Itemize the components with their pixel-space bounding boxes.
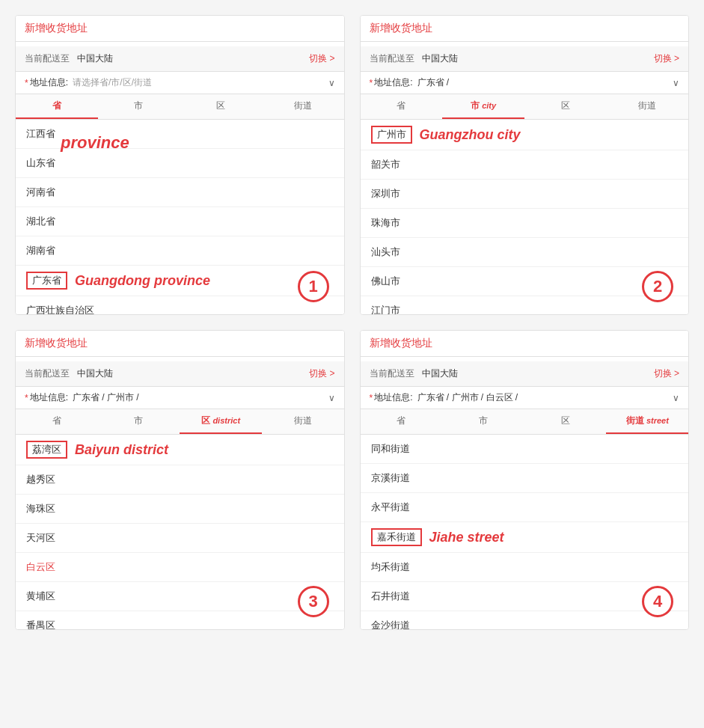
list-item[interactable]: 同和街道 (361, 435, 689, 464)
delivery-label: 当前配送至 (370, 367, 414, 380)
delivery-label: 当前配送至 (25, 52, 70, 65)
list-item[interactable]: 深圳市 (361, 180, 689, 209)
tab-区[interactable]: 区 (180, 94, 262, 119)
switch-button[interactable]: 切换 > (654, 367, 679, 380)
list-item-highlighted[interactable]: 广东省 Guangdong province (16, 266, 344, 296)
tab-市[interactable]: 市 city (442, 94, 524, 119)
item-text-boxed: 荔湾区 (26, 441, 67, 459)
list-item[interactable]: 均禾街道 (361, 553, 689, 582)
list-item[interactable]: 河南省 (16, 178, 344, 207)
address-row: * 地址信息: 广东省 / ∨ (361, 72, 689, 94)
item-annotation: Guangzhou city (420, 127, 521, 143)
dropdown-arrow[interactable]: ∨ (673, 78, 679, 88)
delivery-label: 当前配送至 (25, 367, 70, 380)
delivery-value: 中国大陆 (422, 52, 458, 65)
panel-panel1: 新增收货地址 当前配送至 中国大陆 切换 > * 地址信息: 请选择省/市/区/… (15, 15, 345, 315)
list-item[interactable]: 广西壮族自治区 (16, 296, 344, 314)
tab-市[interactable]: 市 (98, 94, 180, 119)
list-item[interactable]: 珠海市 (361, 209, 689, 238)
tab-省[interactable]: 省 (16, 94, 98, 119)
tab-街道[interactable]: 街道 (262, 409, 344, 434)
address-value: 广东省 / (417, 76, 673, 89)
delivery-row: 当前配送至 中国大陆 切换 > (361, 361, 689, 387)
list-item[interactable]: 江西省 (16, 120, 344, 149)
switch-button[interactable]: 切换 > (309, 367, 334, 380)
list-item-highlighted[interactable]: 荔湾区 Baiyun district (16, 435, 344, 465)
list-item[interactable]: 湖北省 (16, 207, 344, 236)
list-area: 广州市 Guangzhou city 韶关市深圳市珠海市汕头市佛山市江门市湛江市 (361, 120, 689, 314)
tabs-bar: 省市区街道 (16, 94, 344, 120)
address-label: 地址信息: (30, 76, 68, 89)
tab-annotation: city (482, 101, 496, 110)
list-wrapper: province江西省山东省河南省湖北省湖南省 广东省 Guangdong pr… (16, 120, 344, 314)
list-item[interactable]: 湖南省 (16, 236, 344, 266)
address-value: 请选择省/市/区/街道 (73, 76, 328, 89)
tab-label: 市 (471, 100, 480, 111)
list-item[interactable]: 韶关市 (361, 150, 689, 180)
list-item[interactable]: 汕头市 (361, 238, 689, 267)
tab-annotation: district (212, 416, 240, 425)
item-annotation: Baiyun district (75, 442, 168, 458)
tab-label: 省 (397, 100, 405, 111)
tab-省[interactable]: 省 (361, 409, 443, 434)
list-area: 江西省山东省河南省湖北省湖南省 广东省 Guangdong province 广… (16, 120, 344, 314)
switch-button[interactable]: 切换 > (654, 52, 679, 65)
panel-title: 新增收货地址 (361, 16, 689, 42)
tab-省[interactable]: 省 (16, 409, 98, 434)
list-item-highlighted[interactable]: 广州市 Guangzhou city (361, 120, 689, 150)
dropdown-arrow[interactable]: ∨ (673, 393, 679, 403)
switch-button[interactable]: 切换 > (309, 52, 334, 65)
tab-省[interactable]: 省 (361, 94, 443, 119)
address-value: 广东省 / 广州市 / (73, 391, 328, 404)
address-row: * 地址信息: 请选择省/市/区/街道 ∨ (16, 72, 344, 94)
tab-市[interactable]: 市 (442, 409, 524, 434)
list-item[interactable]: 永平街道 (361, 493, 689, 522)
list-item[interactable]: 黄埔区 (16, 582, 344, 611)
list-wrapper: 广州市 Guangzhou city 韶关市深圳市珠海市汕头市佛山市江门市湛江市… (361, 120, 689, 314)
tab-区[interactable]: 区 district (180, 409, 262, 434)
list-item[interactable]: 石井街道 (361, 582, 689, 611)
tab-街道[interactable]: 街道 street (606, 409, 688, 434)
tab-区[interactable]: 区 (524, 409, 607, 434)
panel-title: 新增收货地址 (16, 16, 344, 42)
list-item[interactable]: 江门市 (361, 296, 689, 314)
tab-annotation: street (646, 416, 669, 425)
dropdown-arrow[interactable]: ∨ (328, 393, 335, 403)
panel-panel3: 新增收货地址 当前配送至 中国大陆 切换 > * 地址信息: 广东省 / 广州市… (15, 330, 345, 630)
list-item[interactable]: 番禺区 (16, 611, 344, 629)
tab-街道[interactable]: 街道 (606, 94, 688, 119)
tab-区[interactable]: 区 (524, 94, 607, 119)
item-text-boxed: 广东省 (26, 272, 67, 290)
tabs-bar: 省市区 district街道 (16, 409, 344, 435)
delivery-row: 当前配送至 中国大陆 切换 > (16, 361, 344, 387)
address-star: * (25, 393, 28, 403)
tab-label: 区 (201, 415, 210, 426)
tab-市[interactable]: 市 (98, 409, 180, 434)
dropdown-arrow[interactable]: ∨ (328, 78, 335, 88)
list-item[interactable]: 白云区 (16, 553, 344, 582)
list-item[interactable]: 越秀区 (16, 465, 344, 495)
item-annotation: Jiahe street (429, 530, 504, 545)
list-item[interactable]: 天河区 (16, 524, 344, 553)
list-item[interactable]: 海珠区 (16, 495, 344, 524)
tabs-bar: 省市 city区街道 (361, 94, 689, 120)
address-value: 广东省 / 广州市 / 白云区 / (417, 391, 673, 404)
list-item[interactable]: 京溪街道 (361, 464, 689, 493)
delivery-value: 中国大陆 (77, 367, 113, 380)
tab-label: 区 (216, 100, 225, 111)
list-area: 同和街道京溪街道永平街道 嘉禾街道 Jiahe street 均禾街道石井街道金… (361, 435, 689, 629)
tab-label: 区 (561, 415, 570, 426)
address-row: * 地址信息: 广东省 / 广州市 / ∨ (16, 387, 344, 409)
tab-label: 省 (52, 415, 61, 426)
list-item[interactable]: 山东省 (16, 149, 344, 178)
address-star: * (370, 78, 373, 88)
tab-label: 街道 (638, 100, 656, 111)
address-label: 地址信息: (374, 391, 412, 404)
tab-label: 街道 (626, 415, 644, 426)
delivery-value: 中国大陆 (422, 367, 458, 380)
tab-街道[interactable]: 街道 (262, 94, 344, 119)
address-star: * (370, 393, 373, 403)
list-item[interactable]: 佛山市 (361, 267, 689, 296)
list-item[interactable]: 金沙街道 (361, 611, 689, 629)
list-item-highlighted[interactable]: 嘉禾街道 Jiahe street (361, 522, 689, 553)
